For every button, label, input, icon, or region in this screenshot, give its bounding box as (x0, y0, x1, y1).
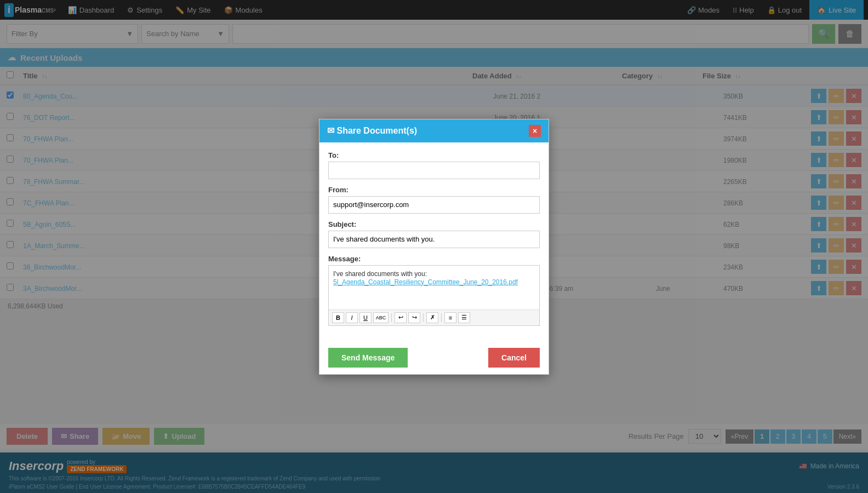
from-input[interactable] (328, 196, 540, 214)
modal-body: To: From: Subject: Message: I've shared … (319, 142, 549, 312)
from-field-group: From: (328, 186, 540, 214)
shared-document-link[interactable]: 5l_Agenda_Coastal_Resiliency_Committee_J… (333, 278, 518, 286)
subject-input[interactable] (328, 231, 540, 248)
message-field-group: Message: I've shared documents with you:… (328, 255, 540, 312)
from-label: From: (328, 186, 540, 194)
subject-field-group: Subject: (328, 220, 540, 248)
message-editor: I've shared documents with you: 5l_Agend… (328, 265, 540, 312)
editor-toolbar: B I U ABC ↩ ↪ ✗ ≡ ☰ (329, 309, 539, 312)
modal-title: ✉ Share Document(s) (327, 125, 417, 136)
modal-overlay[interactable]: ✉ Share Document(s) × To: From: Subject:… (0, 0, 868, 311)
to-input[interactable] (328, 162, 540, 179)
message-body[interactable]: I've shared documents with you: 5l_Agend… (329, 266, 539, 309)
message-text: I've shared documents with you: (333, 270, 535, 278)
share-modal: ✉ Share Document(s) × To: From: Subject:… (319, 119, 549, 312)
modal-header: ✉ Share Document(s) × (319, 119, 549, 142)
to-label: To: (328, 151, 540, 159)
share-envelope-icon: ✉ (327, 126, 336, 135)
subject-label: Subject: (328, 220, 540, 228)
to-field-group: To: (328, 151, 540, 179)
modal-close-button[interactable]: × (529, 125, 541, 137)
message-label: Message: (328, 255, 540, 263)
